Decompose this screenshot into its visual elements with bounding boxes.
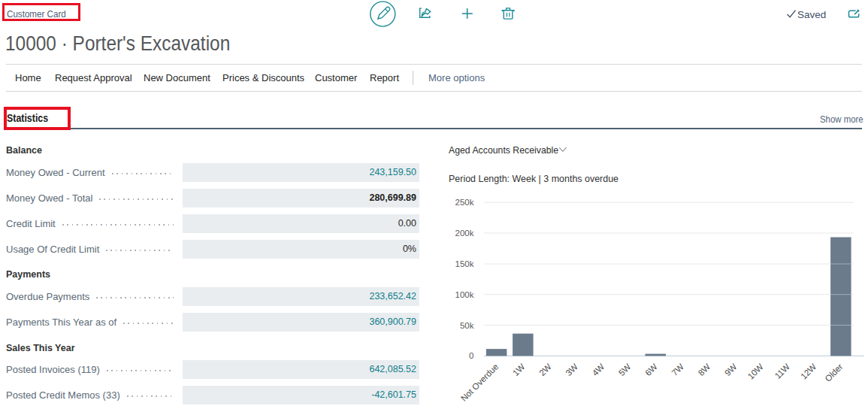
svg-text:4W: 4W <box>591 362 606 377</box>
svg-text:5W: 5W <box>617 362 633 377</box>
svg-text:150k: 150k <box>455 259 474 268</box>
svg-text:100k: 100k <box>455 290 474 299</box>
svg-text:200k: 200k <box>455 229 474 238</box>
svg-text:250k: 250k <box>455 198 474 207</box>
svg-text:7W: 7W <box>670 362 686 377</box>
svg-text:3W: 3W <box>564 362 580 377</box>
svg-text:1W: 1W <box>511 362 527 377</box>
svg-text:11W: 11W <box>773 362 792 380</box>
svg-text:9W: 9W <box>723 362 739 377</box>
svg-text:6W: 6W <box>643 362 659 377</box>
svg-text:0: 0 <box>469 351 473 360</box>
svg-text:2W: 2W <box>537 362 553 377</box>
svg-text:50k: 50k <box>460 321 474 330</box>
svg-text:Older: Older <box>823 362 844 383</box>
svg-text:10W: 10W <box>746 362 765 380</box>
svg-text:8W: 8W <box>697 362 712 377</box>
svg-text:12W: 12W <box>799 362 818 380</box>
svg-text:Not Overdue: Not Overdue <box>459 362 501 403</box>
